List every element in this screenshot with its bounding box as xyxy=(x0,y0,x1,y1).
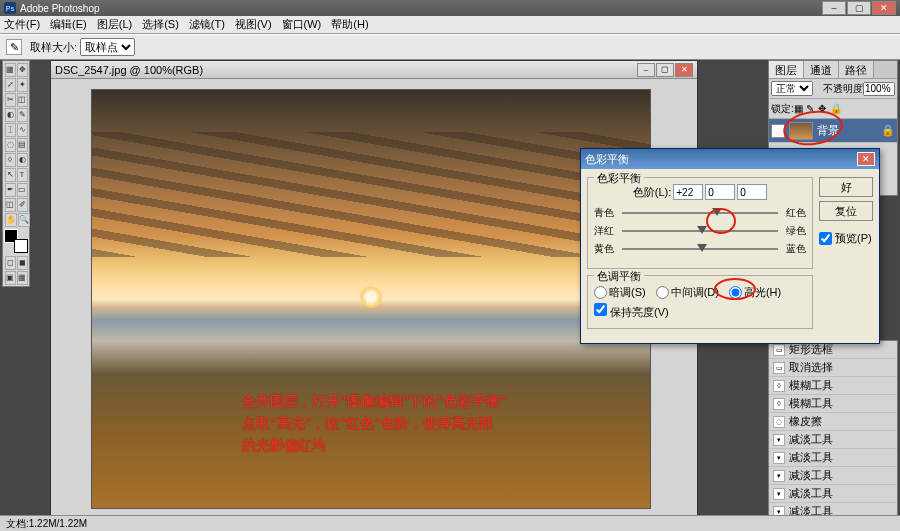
blend-mode-select[interactable]: 正常 xyxy=(771,81,813,96)
menu-file[interactable]: 文件(F) xyxy=(4,17,40,32)
tool-gradient[interactable]: ▤ xyxy=(17,138,28,152)
tool-brush[interactable]: ✎ xyxy=(17,108,28,122)
tab-channels[interactable]: 通道 xyxy=(804,61,839,78)
menu-help[interactable]: 帮助(H) xyxy=(331,17,368,32)
menu-window[interactable]: 窗口(W) xyxy=(282,17,322,32)
tool-blur[interactable]: ◊ xyxy=(5,153,16,167)
tool-marquee[interactable]: ▦ xyxy=(5,63,16,77)
sample-size-select[interactable]: 取样点 xyxy=(80,38,135,56)
ok-button[interactable]: 好 xyxy=(819,177,873,197)
minimize-button[interactable]: – xyxy=(822,1,846,15)
quickmask-on-icon[interactable]: ◼ xyxy=(17,256,28,270)
tool-lasso[interactable]: ⤢ xyxy=(5,78,16,92)
menu-layer[interactable]: 图层(L) xyxy=(97,17,132,32)
history-item[interactable]: ▾减淡工具 xyxy=(769,431,897,449)
history-item-label: 减淡工具 xyxy=(789,486,833,501)
lock-transparent-icon[interactable]: ▦ xyxy=(794,103,806,115)
tool-hand[interactable]: ✋ xyxy=(5,213,17,227)
quickmask-icon[interactable]: ◻ xyxy=(5,256,16,270)
color-balance-dialog: 色彩平衡 ✕ 色彩平衡 色阶(L): 青色 红色 洋红 xyxy=(580,148,880,344)
eyedropper-icon[interactable]: ✎ xyxy=(6,39,22,55)
history-item-icon: ▾ xyxy=(773,452,785,464)
doc-minimize-button[interactable]: – xyxy=(637,63,655,77)
history-item-label: 取消选择 xyxy=(789,360,833,375)
dialog-close-button[interactable]: ✕ xyxy=(857,152,875,166)
radio-midtones[interactable]: 中间调(D) xyxy=(656,285,719,300)
menu-view[interactable]: 视图(V) xyxy=(235,17,272,32)
menubar: 文件(F) 编辑(E) 图层(L) 选择(S) 滤镜(T) 视图(V) 窗口(W… xyxy=(0,16,900,34)
lock-paint-icon[interactable]: ✎ xyxy=(806,103,818,115)
history-item-label: 模糊工具 xyxy=(789,396,833,411)
close-button[interactable]: ✕ xyxy=(872,1,896,15)
checkbox-preserve-luminosity[interactable]: 保持亮度(V) xyxy=(594,303,669,320)
checkbox-preview[interactable]: 预览(P) xyxy=(819,231,873,246)
doc-maximize-button[interactable]: ▢ xyxy=(656,63,674,77)
history-item-icon: ◌ xyxy=(773,416,785,428)
layer-row-background[interactable]: 👁 背景 🔒 xyxy=(769,119,897,143)
screen-mode-icon[interactable]: ▣ xyxy=(5,271,16,285)
history-item[interactable]: ▾减淡工具 xyxy=(769,467,897,485)
visibility-icon[interactable]: 👁 xyxy=(771,124,785,138)
tool-dodge[interactable]: ◐ xyxy=(17,153,28,167)
slider-yellow-blue[interactable] xyxy=(622,242,778,256)
level-cyan-red[interactable] xyxy=(673,184,703,200)
tool-crop[interactable]: ✂ xyxy=(5,93,16,107)
history-item-icon: ▾ xyxy=(773,434,785,446)
window-controls: – ▢ ✕ xyxy=(821,1,896,15)
dialog-titlebar[interactable]: 色彩平衡 ✕ xyxy=(581,149,879,169)
level-magenta-green[interactable] xyxy=(705,184,735,200)
history-item[interactable]: ◌橡皮擦 xyxy=(769,413,897,431)
document-titlebar: DSC_2547.jpg @ 100%(RGB) – ▢ ✕ xyxy=(51,61,697,79)
tool-eraser[interactable]: ◌ xyxy=(5,138,16,152)
dialog-title: 色彩平衡 xyxy=(585,152,629,167)
history-item[interactable]: ▾减淡工具 xyxy=(769,485,897,503)
tool-heal[interactable]: ◐ xyxy=(5,108,16,122)
canvas-sun xyxy=(360,286,382,308)
tool-notes[interactable]: ◫ xyxy=(5,198,16,212)
tool-path[interactable]: ↖ xyxy=(5,168,16,182)
history-item-label: 减淡工具 xyxy=(789,432,833,447)
tool-slice[interactable]: ◫ xyxy=(17,93,28,107)
history-item-icon: ▾ xyxy=(773,470,785,482)
doc-close-button[interactable]: ✕ xyxy=(675,63,693,77)
tab-layers[interactable]: 图层 xyxy=(769,61,804,78)
history-item[interactable]: ◊模糊工具 xyxy=(769,377,897,395)
tool-stamp[interactable]: ⌶ xyxy=(5,123,16,137)
lock-indicator-icon: 🔒 xyxy=(881,124,895,137)
slider-cyan-red[interactable] xyxy=(622,206,778,220)
tool-history-brush[interactable]: ∿ xyxy=(17,123,28,137)
level-yellow-blue[interactable] xyxy=(737,184,767,200)
app-icon: Ps xyxy=(4,2,16,14)
radio-highlights[interactable]: 高光(H) xyxy=(729,285,781,300)
menu-edit[interactable]: 编辑(E) xyxy=(50,17,87,32)
menu-select[interactable]: 选择(S) xyxy=(142,17,179,32)
tone-balance-group: 色调平衡 暗调(S) 中间调(D) 高光(H) 保持亮度(V) xyxy=(587,275,813,329)
tool-pen[interactable]: ✒ xyxy=(5,183,16,197)
tool-type[interactable]: T xyxy=(17,168,28,182)
maximize-button[interactable]: ▢ xyxy=(847,1,871,15)
lock-label: 锁定: xyxy=(771,102,794,116)
tool-wand[interactable]: ✦ xyxy=(17,78,28,92)
menu-filter[interactable]: 滤镜(T) xyxy=(189,17,225,32)
lock-move-icon[interactable]: ✥ xyxy=(818,103,830,115)
cancel-button[interactable]: 复位 xyxy=(819,201,873,221)
tool-eyedropper[interactable]: ✐ xyxy=(17,198,28,212)
screen-mode2-icon[interactable]: ▦ xyxy=(17,271,28,285)
tool-zoom[interactable]: 🔍 xyxy=(18,213,30,227)
radio-shadows[interactable]: 暗调(S) xyxy=(594,285,646,300)
color-swatch[interactable] xyxy=(4,229,28,253)
canvas[interactable]: 合并图层，打开"图像编辑"下的"色彩平衡" 点取"高光"，拉"红色"色阶，使得高… xyxy=(91,89,651,509)
canvas-clouds xyxy=(92,132,650,257)
history-item[interactable]: ◊模糊工具 xyxy=(769,395,897,413)
opacity-input[interactable] xyxy=(863,82,895,96)
history-panel: ▭矩形选框▭取消选择◊模糊工具◊模糊工具◌橡皮擦▾减淡工具▾减淡工具▾减淡工具▾… xyxy=(768,340,898,531)
slider-magenta-green[interactable] xyxy=(622,224,778,238)
tool-shape[interactable]: ▭ xyxy=(17,183,28,197)
history-item[interactable]: ▭取消选择 xyxy=(769,359,897,377)
history-item-label: 减淡工具 xyxy=(789,468,833,483)
tool-move[interactable]: ✥ xyxy=(17,63,28,77)
layer-thumbnail xyxy=(789,122,813,140)
lock-all-icon[interactable]: 🔒 xyxy=(830,103,842,115)
history-item[interactable]: ▾减淡工具 xyxy=(769,449,897,467)
tab-paths[interactable]: 路径 xyxy=(839,61,874,78)
